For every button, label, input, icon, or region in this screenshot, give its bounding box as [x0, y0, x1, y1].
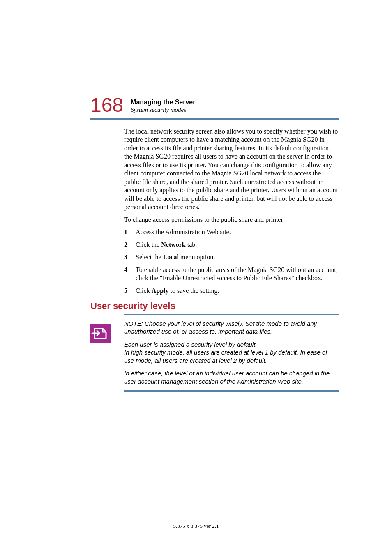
note-block: NOTE: Choose your level of security wise…	[124, 320, 339, 386]
step-item: 1 Access the Administration Web site.	[124, 228, 339, 236]
step-bold: Local	[163, 253, 179, 260]
note-paragraph: In either case, the level of an individu…	[124, 369, 339, 385]
section-subtitle: System security modes	[131, 106, 195, 113]
running-header: 168 Managing the Server System security …	[90, 95, 339, 115]
body-paragraph: The local network security screen also a…	[124, 127, 339, 212]
step-number: 2	[124, 241, 129, 249]
step-suffix: to save the setting.	[168, 287, 219, 294]
step-text: To enable access to the public areas of …	[136, 266, 339, 283]
note-paragraph: NOTE: Choose your level of security wise…	[124, 320, 339, 336]
header-titles: Managing the Server System security mode…	[131, 99, 195, 115]
step-bold: Network	[161, 241, 186, 248]
step-text: Click Apply to save the setting.	[136, 287, 219, 295]
note-text: NOTE: Choose your level of security wise…	[124, 320, 339, 386]
step-suffix: tab.	[186, 241, 197, 248]
body-paragraph: To change access permissions to the publ…	[124, 216, 339, 224]
steps-list: 1 Access the Administration Web site. 2 …	[124, 228, 339, 295]
step-prefix: Click the	[136, 241, 161, 248]
header-rule-thin	[90, 120, 339, 120]
note-line: In high security mode, all users are cre…	[124, 349, 327, 364]
step-text: Click the Network tab.	[136, 241, 197, 249]
note-rule-bottom-bold	[124, 391, 339, 392]
body-column: The local network security screen also a…	[90, 127, 339, 392]
step-item: 5 Click Apply to save the setting.	[124, 287, 339, 295]
page-container: 168 Managing the Server System security …	[0, 0, 392, 392]
step-text: Select the Local menu option.	[136, 253, 215, 261]
step-number: 3	[124, 253, 129, 261]
step-item: 3 Select the Local menu option.	[124, 253, 339, 261]
page-number: 168	[90, 95, 123, 115]
section-heading: User security levels	[90, 301, 339, 311]
step-item: 2 Click the Network tab.	[124, 241, 339, 249]
step-text: Access the Administration Web site.	[136, 228, 231, 236]
note-rule-top-thin	[124, 315, 339, 315]
note-line: Each user is assigned a security level b…	[124, 341, 257, 348]
step-number: 4	[124, 266, 129, 283]
chapter-title: Managing the Server	[131, 99, 195, 106]
step-prefix: Click	[136, 287, 152, 294]
note-paragraph: Each user is assigned a security level b…	[124, 341, 339, 365]
step-number: 1	[124, 228, 129, 236]
step-prefix: Select the	[136, 253, 163, 260]
page-footer: 5.375 x 8.375 ver 2.1	[0, 523, 392, 530]
step-suffix: menu option.	[179, 253, 215, 260]
note-icon	[90, 324, 111, 343]
step-item: 4 To enable access to the public areas o…	[124, 266, 339, 283]
step-number: 5	[124, 287, 129, 295]
step-bold: Apply	[152, 287, 169, 294]
